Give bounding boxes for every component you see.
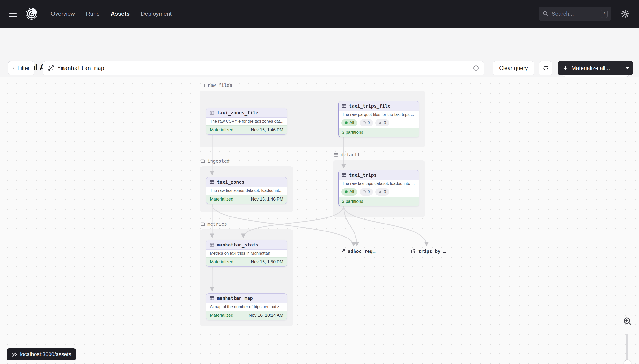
missing-triangle-icon bbox=[378, 122, 382, 124]
partition-count: 3 partitions bbox=[342, 130, 363, 135]
group-label-default: default bbox=[334, 152, 360, 158]
external-asset-label: adhoc_req… bbox=[348, 248, 375, 254]
asset-node-header: manhattan_map bbox=[207, 294, 287, 303]
asset-status-footer: Materialized Nov 16, 10:14 AM bbox=[207, 311, 287, 320]
asset-name: manhattan_stats bbox=[217, 242, 258, 248]
filter-label: Filter bbox=[18, 65, 30, 72]
status-bar-url: localhost:3000/assets bbox=[7, 348, 76, 360]
asset-node-header: taxi_trips bbox=[339, 170, 419, 180]
refresh-icon bbox=[543, 65, 549, 71]
sparkle-icon bbox=[562, 65, 568, 71]
asset-status-footer: Materialized Nov 15, 1:50 PM bbox=[207, 257, 287, 266]
asset-node-taxi-zones-file[interactable]: taxi_zones_file The raw CSV file for the… bbox=[206, 108, 287, 135]
asset-node-header: taxi_trips_file bbox=[339, 102, 419, 111]
zoom-in-button[interactable] bbox=[621, 315, 634, 328]
refresh-graph-button[interactable] bbox=[539, 61, 552, 75]
asset-node-manhattan-map[interactable]: manhattan_map A map of the number of tri… bbox=[206, 293, 287, 320]
partitions-missing-badge: 0 bbox=[375, 188, 389, 196]
zoom-slider-handle[interactable] bbox=[624, 360, 631, 364]
group-icon bbox=[200, 159, 205, 164]
dagster-logo[interactable] bbox=[25, 7, 38, 20]
external-link-icon bbox=[411, 248, 416, 254]
asset-description: Metrics on taxi trips in Manhattan bbox=[207, 250, 287, 257]
asset-name: taxi_zones_file bbox=[217, 110, 258, 116]
success-dot-icon bbox=[345, 122, 348, 124]
nav-assets[interactable]: Assets bbox=[111, 10, 130, 17]
search-input[interactable] bbox=[551, 10, 598, 17]
asset-node-manhattan-stats[interactable]: manhattan_stats Metrics on taxi trips in… bbox=[206, 240, 287, 267]
materialized-timestamp: Nov 15, 1:46 PM bbox=[251, 128, 283, 132]
partitions-failed-badge: 0 bbox=[360, 119, 373, 126]
asset-node-header: taxi_zones_file bbox=[207, 108, 287, 118]
materialized-status: Materialized bbox=[210, 197, 233, 202]
partitions-failed-badge: 0 bbox=[360, 188, 373, 196]
filter-button[interactable]: Filter bbox=[8, 61, 34, 75]
group-icon bbox=[334, 152, 338, 157]
menu-icon[interactable] bbox=[9, 10, 17, 17]
lineage-canvas[interactable]: raw_files ingested default metrics bbox=[0, 77, 639, 364]
asset-description: The raw parquet files for the taxi trips… bbox=[339, 111, 419, 118]
asset-selection-input[interactable] bbox=[43, 61, 484, 75]
table-icon bbox=[210, 110, 214, 115]
clear-query-button[interactable]: Clear query bbox=[493, 61, 534, 75]
nav-runs[interactable]: Runs bbox=[86, 10, 100, 17]
asset-node-header: taxi_zones bbox=[207, 178, 287, 187]
nav-deployment[interactable]: Deployment bbox=[141, 10, 172, 17]
table-icon bbox=[210, 242, 214, 247]
visibility-off-icon bbox=[11, 352, 17, 357]
asset-name: taxi_trips bbox=[349, 172, 376, 178]
group-label-metrics: metrics bbox=[200, 221, 227, 227]
top-navbar: Overview Runs Assets Deployment / bbox=[0, 0, 639, 28]
primary-nav: Overview Runs Assets Deployment bbox=[51, 10, 172, 17]
materialized-timestamp: Nov 15, 1:46 PM bbox=[251, 197, 283, 202]
selection-syntax-icon bbox=[48, 65, 54, 71]
materialized-timestamp: Nov 15, 1:50 PM bbox=[251, 260, 283, 264]
search-shortcut-hint: / bbox=[601, 10, 607, 18]
asset-name: taxi_zones bbox=[217, 179, 244, 185]
external-link-icon bbox=[340, 248, 345, 254]
asset-description: The raw CSV file for the taxi zones dat.… bbox=[207, 118, 287, 125]
nav-overview[interactable]: Overview bbox=[51, 10, 75, 17]
asset-name: manhattan_map bbox=[217, 296, 253, 301]
partition-count: 3 partitions bbox=[342, 199, 363, 204]
failed-circle-icon bbox=[363, 122, 366, 124]
asset-name: taxi_trips_file bbox=[349, 103, 390, 108]
materialize-dropdown-caret[interactable] bbox=[621, 61, 633, 75]
asset-node-taxi-trips[interactable]: taxi_trips The raw taxi trips dataset, l… bbox=[338, 170, 419, 206]
asset-node-taxi-trips-file[interactable]: taxi_trips_file The raw parquet files fo… bbox=[338, 101, 419, 137]
partitions-success-badge: All bbox=[341, 188, 357, 196]
status-url-text: localhost:3000/assets bbox=[20, 351, 71, 358]
asset-status-footer: Materialized Nov 15, 1:46 PM bbox=[207, 194, 287, 204]
success-dot-icon bbox=[345, 190, 348, 193]
dagster-logo-icon bbox=[25, 7, 38, 20]
asset-partition-footer: 3 partitions bbox=[339, 128, 419, 137]
group-icon bbox=[200, 83, 205, 88]
info-icon[interactable] bbox=[473, 65, 479, 71]
asset-status-footer: Materialized Nov 15, 1:46 PM bbox=[207, 125, 287, 134]
asset-node-taxi-zones[interactable]: taxi_zones The raw taxi zones dataset, l… bbox=[206, 177, 287, 204]
materialized-status: Materialized bbox=[210, 313, 233, 318]
global-search[interactable]: / bbox=[538, 7, 611, 21]
chevron-down-icon bbox=[625, 67, 629, 69]
failed-circle-icon bbox=[363, 190, 366, 193]
group-label-ingested: ingested bbox=[200, 158, 230, 164]
table-icon bbox=[342, 172, 347, 178]
page-header: Global Asset Lineage Reload definitions bbox=[0, 28, 639, 53]
asset-selection-value[interactable] bbox=[58, 65, 469, 71]
zoom-slider-track[interactable] bbox=[626, 334, 628, 364]
group-label-raw-files: raw_files bbox=[200, 82, 232, 88]
materialize-all-button[interactable]: Materialize all... bbox=[558, 61, 621, 75]
materialized-status: Materialized bbox=[210, 128, 233, 132]
external-asset-trips-by[interactable]: trips_by_… bbox=[411, 248, 446, 254]
external-asset-adhoc-request[interactable]: adhoc_req… bbox=[340, 248, 375, 254]
materialized-status: Materialized bbox=[210, 260, 233, 264]
table-icon bbox=[210, 296, 214, 300]
group-icon bbox=[200, 222, 205, 226]
external-asset-label: trips_by_… bbox=[418, 248, 446, 254]
partition-health-badges: All 0 0 bbox=[339, 118, 419, 128]
clear-query-label: Clear query bbox=[499, 65, 528, 72]
partitions-success-badge: All bbox=[341, 119, 357, 126]
settings-gear-icon[interactable] bbox=[621, 9, 630, 18]
materialize-all-label: Materialize all... bbox=[571, 65, 610, 72]
asset-node-header: manhattan_stats bbox=[207, 240, 287, 250]
